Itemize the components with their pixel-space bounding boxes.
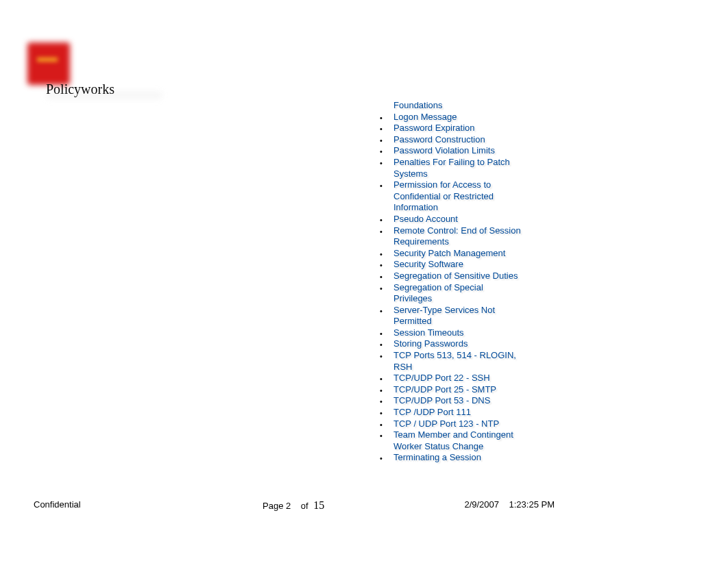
policy-link[interactable]: TCP/UDP Port 53 - DNS: [393, 395, 490, 407]
policy-link[interactable]: Password Expiration: [393, 123, 475, 134]
policy-link[interactable]: TCP / UDP Port 123 - NTP: [393, 418, 499, 430]
policy-list-item: Pseudo Account: [378, 214, 550, 225]
footer-page-total: 15: [313, 499, 324, 511]
policy-link[interactable]: Storing Passwords: [393, 338, 468, 350]
company-logo: [27, 42, 70, 85]
footer-page-current: 2: [286, 501, 291, 511]
policy-list-item: Storing Passwords: [378, 338, 550, 350]
policy-list-item: Penalties For Failing to Patch Systems: [378, 157, 550, 179]
policy-link[interactable]: TCP/UDP Port 25 - SMTP: [393, 384, 496, 396]
policy-link[interactable]: Segregation of Special Privileges: [393, 282, 524, 305]
policy-link[interactable]: TCP Ports 513, 514 - RLOGIN, RSH: [393, 350, 524, 373]
footer-page-label: Page: [263, 501, 283, 511]
policy-list-item: TCP /UDP Port 111: [378, 407, 550, 418]
policy-list-item: Segregation of Special Privileges: [378, 282, 550, 305]
policy-list-item: Security Patch Management: [378, 248, 550, 260]
policy-list-item: Security Software: [378, 259, 550, 271]
policy-list-item: Permission for Access to Confidential or…: [378, 179, 550, 214]
policy-link[interactable]: Terminating a Session: [393, 452, 481, 464]
policy-list-item: TCP / UDP Port 123 - NTP: [378, 418, 550, 430]
policy-list-item: Password Violation Limits: [378, 145, 550, 157]
policy-link[interactable]: Penalties For Failing to Patch Systems: [393, 157, 524, 179]
footer-date: 2/9/2007: [464, 499, 499, 510]
policy-link[interactable]: TCP /UDP Port 111: [393, 407, 471, 418]
policy-link[interactable]: Security Patch Management: [393, 248, 505, 260]
policy-link[interactable]: Session Timeouts: [393, 327, 464, 339]
policy-link[interactable]: Logon Message: [393, 112, 457, 123]
policy-link[interactable]: Remote Control: End of Session Requireme…: [393, 225, 524, 248]
subtitle-blur: [46, 91, 162, 99]
footer-timestamp: 2/9/2007 1:23:25 PM: [464, 499, 555, 510]
policy-link[interactable]: Password Construction: [393, 134, 485, 146]
policy-link[interactable]: TCP/UDP Port 22 - SSH: [393, 373, 490, 384]
policy-list-item: TCP/UDP Port 22 - SSH: [378, 373, 550, 384]
policy-list-item: TCP/UDP Port 25 - SMTP: [378, 384, 550, 396]
policy-list-item: Team Member and Contingent Worker Status…: [378, 429, 550, 452]
policy-list-item: Foundations: [378, 100, 550, 112]
policy-link[interactable]: Segregation of Sensitive Duties: [393, 271, 518, 282]
policy-list-item: Session Timeouts: [378, 327, 550, 339]
document-page: Policyworks FoundationsLogon MessagePass…: [0, 0, 728, 563]
policy-list-item: Terminating a Session: [378, 452, 550, 464]
policy-list-item: Segregation of Sensitive Duties: [378, 271, 550, 282]
policy-link[interactable]: Pseudo Account: [393, 214, 458, 225]
company-logo-accent: [37, 58, 58, 62]
footer-page-of: of: [301, 501, 308, 511]
policy-link[interactable]: Team Member and Contingent Worker Status…: [393, 429, 524, 452]
policy-link[interactable]: Permission for Access to Confidential or…: [393, 179, 524, 214]
policy-list-item: Remote Control: End of Session Requireme…: [378, 225, 550, 248]
policy-link[interactable]: Security Software: [393, 259, 463, 271]
policy-list-item: Server-Type Services Not Permitted: [378, 305, 550, 327]
footer-page-indicator: Page 2 of 15: [263, 499, 324, 512]
policy-list: FoundationsLogon MessagePassword Expirat…: [378, 100, 550, 464]
footer-confidential: Confidential: [34, 499, 81, 510]
footer-time: 1:23:25 PM: [509, 499, 555, 510]
policy-link[interactable]: Password Violation Limits: [393, 145, 495, 157]
policy-link[interactable]: Server-Type Services Not Permitted: [393, 305, 524, 327]
policy-list-item: Logon Message: [378, 112, 550, 123]
policy-list-item: Password Construction: [378, 134, 550, 146]
policy-list-item: TCP/UDP Port 53 - DNS: [378, 395, 550, 407]
policy-list-item: TCP Ports 513, 514 - RLOGIN, RSH: [378, 350, 550, 373]
policy-list-item: Password Expiration: [378, 123, 550, 134]
policy-link[interactable]: Foundations: [393, 100, 443, 112]
